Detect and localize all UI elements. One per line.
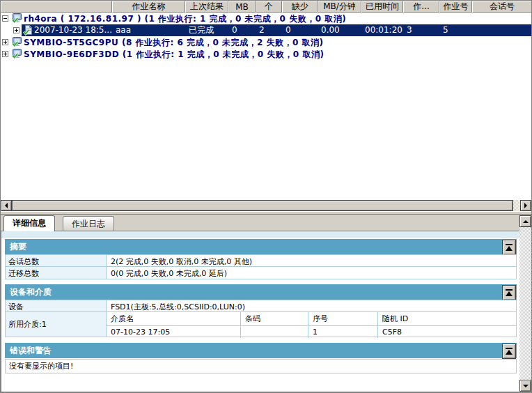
collapse-icon xyxy=(506,244,513,245)
expander-plus-icon[interactable] xyxy=(2,39,8,45)
summary-row-migrations: 迁移总数 0(0 完成,0 失败,0 未完成,0 延后) xyxy=(5,267,517,279)
media-table: 介质名 条码 序号 随机 ID 07-10-23 17:05 1 C5F8 xyxy=(107,312,516,337)
media-used-label: 所用介质:1 xyxy=(6,312,107,337)
details-panel: 详细信息 作业日志 摘要 会话总数 2(2 完成,0 失败,0 取消,0 未完成… xyxy=(1,215,531,392)
collapse-errors-button[interactable] xyxy=(502,344,516,359)
column-header-truncated[interactable]: 作... xyxy=(403,1,439,13)
device-value: FSD1(主板:5,总线:0,SCSIID:0,LUN:0) xyxy=(107,300,516,311)
column-header-missing[interactable]: 缺少 xyxy=(282,1,318,13)
summary-label: 迁移总数 xyxy=(6,267,107,279)
horizontal-scroll-thumb[interactable] xyxy=(12,200,513,211)
vertical-scrollbar[interactable] xyxy=(519,215,531,392)
device-label: 设备 xyxy=(6,300,107,311)
arrow-down-icon xyxy=(523,385,529,387)
job-cell-last-result: 已完成 xyxy=(185,24,228,36)
media-col-barcode: 条码 xyxy=(241,312,308,326)
column-header-mb-per-min[interactable]: MB/分钟 xyxy=(318,1,361,13)
arrow-up-icon xyxy=(523,220,529,223)
collapse-icon xyxy=(506,289,513,291)
media-row: 所用介质:1 介质名 条码 序号 随机 ID 07-10-23 17:05 1 … xyxy=(5,312,517,337)
group-row-label: SYMBIO-5T5GC9PU (8 作业执行: 6 完成，0 未完成，2 失败… xyxy=(24,37,323,49)
summary-row-sessions: 会话总数 2(2 完成,0 失败,0 取消,0 未完成,0 其他) xyxy=(5,254,517,267)
media-table-header: 介质名 条码 序号 随机 ID xyxy=(107,312,516,326)
column-header-count[interactable]: 个 xyxy=(256,1,282,13)
details-tab-bar: 详细信息 作业日志 xyxy=(1,215,519,231)
collapse-icon xyxy=(506,246,513,251)
details-content: 摘要 会话总数 2(2 完成,0 失败,0 取消,0 未完成,0 其他) 迁移总… xyxy=(1,231,519,392)
collapse-summary-button[interactable] xyxy=(502,240,516,255)
job-cell-session-id xyxy=(472,24,531,36)
expander-minus-icon[interactable] xyxy=(2,15,8,22)
column-header-session-id[interactable]: 会话号 xyxy=(472,1,531,13)
section-header-devices: 设备和介质 xyxy=(5,284,517,300)
media-col-serial: 序号 xyxy=(308,312,378,326)
job-controller-window: 作业名称 上次结果 MB 个 缺少 MB/分钟 已用时间 作... 作业号 会话… xyxy=(0,0,532,393)
tree-row-symbio-2[interactable]: SYMBIO-9E6DF3DD (1 作业执行: 1 完成，0 未完成，0 失败… xyxy=(1,48,531,60)
job-cell-truncated: 3 xyxy=(403,24,439,36)
section-header-summary: 摘要 xyxy=(5,239,517,254)
collapse-icon xyxy=(506,350,513,355)
section-header-errors: 错误和警告 xyxy=(5,343,517,358)
job-cell-count: 2 xyxy=(256,24,282,36)
tab-job-log[interactable]: 作业日志 xyxy=(63,216,114,231)
tree-row-symbio-1[interactable]: SYMBIO-5T5GC9PU (8 作业执行: 6 完成，0 未完成，2 失败… xyxy=(1,36,531,48)
column-header-elapsed[interactable]: 已用时间 xyxy=(361,1,403,13)
tree-row-rh4ora[interactable]: rh4ora ( 172.16.81.97 ) (1 作业执行: 1 完成，0 … xyxy=(1,13,531,24)
summary-value: 0(0 完成,0 失败,0 未完成,0 延后) xyxy=(107,267,516,279)
collapse-icon xyxy=(506,291,513,296)
device-row: 设备 FSD1(主板:5,总线:0,SCSIID:0,LUN:0) xyxy=(5,300,517,312)
job-cell-elapsed: 00:01:20 xyxy=(361,24,403,36)
media-cell-name: 07-10-23 17:05 xyxy=(107,326,241,338)
section-title: 摘要 xyxy=(10,242,26,252)
collapse-icon xyxy=(506,348,513,349)
errors-empty-message: 没有要显示的项目! xyxy=(5,359,517,373)
scroll-left-button[interactable] xyxy=(1,200,12,211)
media-cell-random-id: C5F8 xyxy=(378,326,516,338)
job-table-panel: 作业名称 上次结果 MB 个 缺少 MB/分钟 已用时间 作... 作业号 会话… xyxy=(1,1,531,200)
job-cell-mb-per-min: 0.00 xyxy=(318,24,361,36)
client-computer-icon xyxy=(11,48,22,59)
arrow-left-icon xyxy=(5,203,8,208)
job-cell-name: aaa xyxy=(112,24,185,36)
job-cell-missing: 0 xyxy=(282,24,318,36)
details-top-strip xyxy=(1,231,519,238)
column-header-job-id[interactable]: 作业号 xyxy=(439,1,472,13)
scroll-up-button[interactable] xyxy=(519,215,531,227)
summary-label: 会话总数 xyxy=(6,255,107,266)
section-title: 设备和介质 xyxy=(10,287,52,297)
media-col-name: 介质名 xyxy=(107,312,241,326)
client-computer-icon xyxy=(11,36,22,47)
job-cell-mb: 0 xyxy=(228,24,256,36)
scroll-down-button[interactable] xyxy=(519,380,531,392)
arrow-right-icon xyxy=(524,203,527,208)
scroll-right-button[interactable] xyxy=(520,200,531,211)
group-row-label: SYMBIO-9E6DF3DD (1 作业执行: 1 完成，0 未完成，0 失败… xyxy=(24,49,324,61)
job-cell-job-id: 5 xyxy=(439,24,472,36)
tab-details[interactable]: 详细信息 xyxy=(3,215,55,231)
expander-plus-icon[interactable] xyxy=(2,51,8,57)
media-col-random-id: 随机 ID xyxy=(378,312,516,326)
job-cell-date: 2007-10-23 18:5... xyxy=(1,24,112,36)
column-header-last-result[interactable]: 上次结果 xyxy=(185,1,228,13)
tree-row-job-selected[interactable]: 2007-10-23 18:5... aaa 已完成 0 2 0 0.00 00… xyxy=(1,24,531,36)
section-title: 错误和警告 xyxy=(10,346,52,355)
collapse-devices-button[interactable] xyxy=(502,285,516,300)
summary-value: 2(2 完成,0 失败,0 取消,0 未完成,0 其他) xyxy=(107,255,516,266)
group-row-label: rh4ora ( 172.16.81.97 ) (1 作业执行: 1 完成，0 … xyxy=(24,13,346,25)
column-header-job-name[interactable]: 作业名称 xyxy=(112,1,185,13)
selected-job-cells: 2007-10-23 18:5... aaa 已完成 0 2 0 0.00 00… xyxy=(1,24,531,36)
job-table-header: 作业名称 上次结果 MB 个 缺少 MB/分钟 已用时间 作... 作业号 会话… xyxy=(1,1,531,13)
media-cell-barcode xyxy=(241,326,308,338)
column-header-mb[interactable]: MB xyxy=(228,1,256,13)
media-cell-serial: 1 xyxy=(308,326,378,338)
horizontal-scrollbar[interactable] xyxy=(1,200,531,211)
media-table-row[interactable]: 07-10-23 17:05 1 C5F8 xyxy=(107,326,516,338)
client-computer-icon xyxy=(11,13,22,24)
column-header-tree[interactable] xyxy=(1,1,112,13)
